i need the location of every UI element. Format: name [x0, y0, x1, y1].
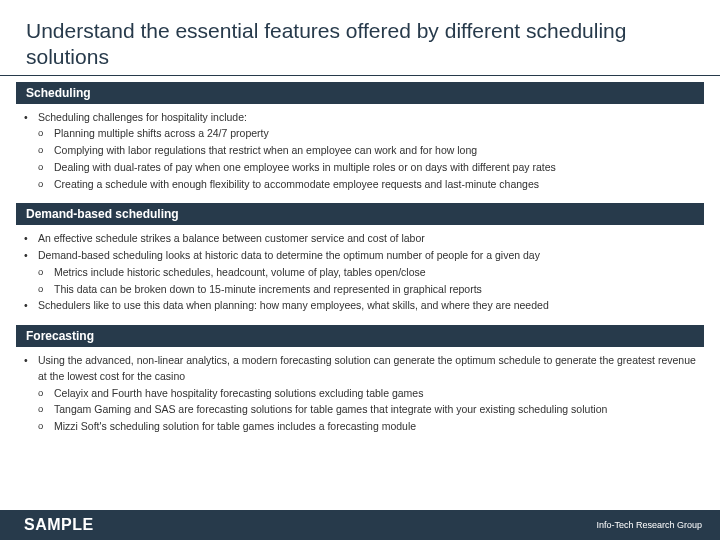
- list-item: Demand-based scheduling looks at histori…: [24, 248, 696, 297]
- sub-item: Complying with labor regulations that re…: [38, 143, 696, 159]
- section-header-demand: Demand-based scheduling: [16, 203, 704, 225]
- section-content-demand: An effective schedule strikes a balance …: [0, 225, 720, 325]
- footer: SAMPLE Info-Tech Research Group: [0, 510, 720, 540]
- list-item: Using the advanced, non-linear analytics…: [24, 353, 696, 435]
- bullet-text: Using the advanced, non-linear analytics…: [38, 354, 696, 382]
- section-header-scheduling: Scheduling: [16, 82, 704, 104]
- slide: Understand the essential features offere…: [0, 0, 720, 540]
- bullet-text: Demand-based scheduling looks at histori…: [38, 249, 540, 261]
- sub-item: Metrics include historic schedules, head…: [38, 265, 696, 281]
- sub-item: Celayix and Fourth have hospitality fore…: [38, 386, 696, 402]
- section-content-forecasting: Using the advanced, non-linear analytics…: [0, 347, 720, 446]
- sub-item: Creating a schedule with enough flexibil…: [38, 177, 696, 193]
- section-content-scheduling: Scheduling challenges for hospitality in…: [0, 104, 720, 204]
- sub-item: Tangam Gaming and SAS are forecasting so…: [38, 402, 696, 418]
- page-title: Understand the essential features offere…: [0, 0, 720, 76]
- list-item: An effective schedule strikes a balance …: [24, 231, 696, 247]
- list-item: Schedulers like to use this data when pl…: [24, 298, 696, 314]
- sub-item: This data can be broken down to 15-minut…: [38, 282, 696, 298]
- sub-item: Planning multiple shifts across a 24/7 p…: [38, 126, 696, 142]
- footer-attribution: Info-Tech Research Group: [596, 520, 702, 530]
- list-item: Scheduling challenges for hospitality in…: [24, 110, 696, 193]
- sub-item: Mizzi Soft's scheduling solution for tab…: [38, 419, 696, 435]
- footer-sample-label: SAMPLE: [24, 516, 94, 534]
- bullet-text: An effective schedule strikes a balance …: [38, 232, 425, 244]
- bullet-text: Scheduling challenges for hospitality in…: [38, 111, 247, 123]
- section-header-forecasting: Forecasting: [16, 325, 704, 347]
- bullet-text: Schedulers like to use this data when pl…: [38, 299, 549, 311]
- sub-item: Dealing with dual-rates of pay when one …: [38, 160, 696, 176]
